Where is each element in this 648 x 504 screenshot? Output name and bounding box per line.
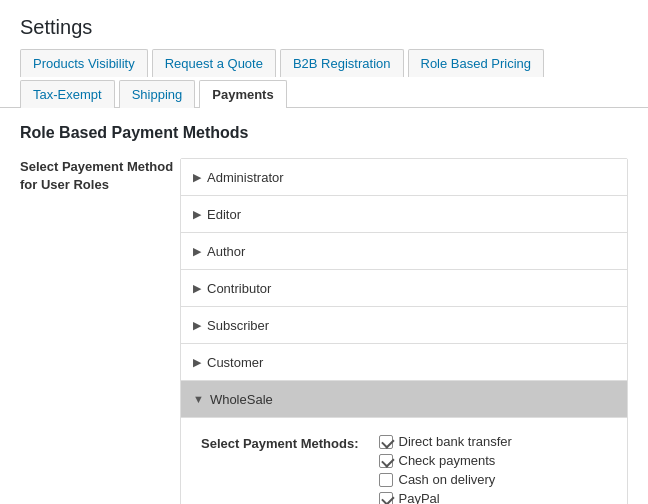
payment-option-label-check-payments: Check payments <box>399 453 496 468</box>
accordion-row-subscriber: ▶Subscriber <box>181 307 627 344</box>
accordion-label-author: Author <box>207 244 245 259</box>
tab-request-a-quote[interactable]: Request a Quote <box>152 49 276 77</box>
payment-option-direct-bank[interactable]: Direct bank transfer <box>379 434 512 449</box>
accordion-header-customer[interactable]: ▶Customer <box>181 344 627 380</box>
accordion-arrow-editor: ▶ <box>193 208 201 221</box>
checkbox-cash-delivery[interactable] <box>379 473 393 487</box>
payment-option-check-payments[interactable]: Check payments <box>379 453 512 468</box>
accordion-arrow-wholesale: ▼ <box>193 393 204 405</box>
checkbox-check-payments[interactable] <box>379 454 393 468</box>
payment-methods-row: Select Payment Methods:Direct bank trans… <box>201 434 607 504</box>
main-content: Role Based Payment Methods Select Payeme… <box>0 108 648 504</box>
tab-b2b-registration[interactable]: B2B Registration <box>280 49 404 77</box>
payment-options: Direct bank transferCheck paymentsCash o… <box>379 434 512 504</box>
tab-tax-exempt[interactable]: Tax-Exempt <box>20 80 115 108</box>
payment-option-label-cash-delivery: Cash on delivery <box>399 472 496 487</box>
accordion-arrow-customer: ▶ <box>193 356 201 369</box>
checkbox-paypal[interactable] <box>379 492 393 505</box>
label-cell: Select Payement Method for User Roles <box>20 158 180 504</box>
accordion-arrow-author: ▶ <box>193 245 201 258</box>
accordion-row-contributor: ▶Contributor <box>181 270 627 307</box>
accordion-row-customer: ▶Customer <box>181 344 627 381</box>
tab-role-based-pricing[interactable]: Role Based Pricing <box>408 49 545 77</box>
accordion-label-subscriber: Subscriber <box>207 318 269 333</box>
tabs-bar: Products VisibilityRequest a QuoteB2B Re… <box>0 49 648 108</box>
payment-option-cash-delivery[interactable]: Cash on delivery <box>379 472 512 487</box>
accordion-cell: ▶Administrator▶Editor▶Author▶Contributor… <box>180 158 628 504</box>
accordion-header-wholesale[interactable]: ▼WholeSale <box>181 381 627 417</box>
payment-option-label-paypal: PayPal <box>399 491 440 504</box>
accordion-arrow-subscriber: ▶ <box>193 319 201 332</box>
accordion-body-wholesale: Select Payment Methods:Direct bank trans… <box>181 417 627 504</box>
payment-option-paypal[interactable]: PayPal <box>379 491 512 504</box>
select-method-label: Select Payement Method for User Roles <box>20 159 173 192</box>
accordion-label-customer: Customer <box>207 355 263 370</box>
payment-option-label-direct-bank: Direct bank transfer <box>399 434 512 449</box>
settings-table: Select Payement Method for User Roles ▶A… <box>20 158 628 504</box>
accordion-header-contributor[interactable]: ▶Contributor <box>181 270 627 306</box>
accordion-header-author[interactable]: ▶Author <box>181 233 627 269</box>
accordion-row-editor: ▶Editor <box>181 196 627 233</box>
accordion-arrow-administrator: ▶ <box>193 171 201 184</box>
accordion-label-wholesale: WholeSale <box>210 392 273 407</box>
accordion-row-wholesale: ▼WholeSaleSelect Payment Methods:Direct … <box>181 381 627 504</box>
accordion-label-editor: Editor <box>207 207 241 222</box>
accordion-header-editor[interactable]: ▶Editor <box>181 196 627 232</box>
accordion-arrow-contributor: ▶ <box>193 282 201 295</box>
accordion-header-administrator[interactable]: ▶Administrator <box>181 159 627 195</box>
payment-methods-label: Select Payment Methods: <box>201 434 359 451</box>
accordion-row-author: ▶Author <box>181 233 627 270</box>
accordion-list: ▶Administrator▶Editor▶Author▶Contributor… <box>180 158 628 504</box>
accordion-row-administrator: ▶Administrator <box>181 159 627 196</box>
tab-shipping[interactable]: Shipping <box>119 80 196 108</box>
page-title: Settings <box>0 0 648 49</box>
section-title: Role Based Payment Methods <box>20 124 628 142</box>
tab-payments[interactable]: Payments <box>199 80 286 108</box>
page-wrapper: Settings Products VisibilityRequest a Qu… <box>0 0 648 504</box>
accordion-header-subscriber[interactable]: ▶Subscriber <box>181 307 627 343</box>
tab-products-visibility[interactable]: Products Visibility <box>20 49 148 77</box>
accordion-label-administrator: Administrator <box>207 170 284 185</box>
accordion-label-contributor: Contributor <box>207 281 271 296</box>
checkbox-direct-bank[interactable] <box>379 435 393 449</box>
